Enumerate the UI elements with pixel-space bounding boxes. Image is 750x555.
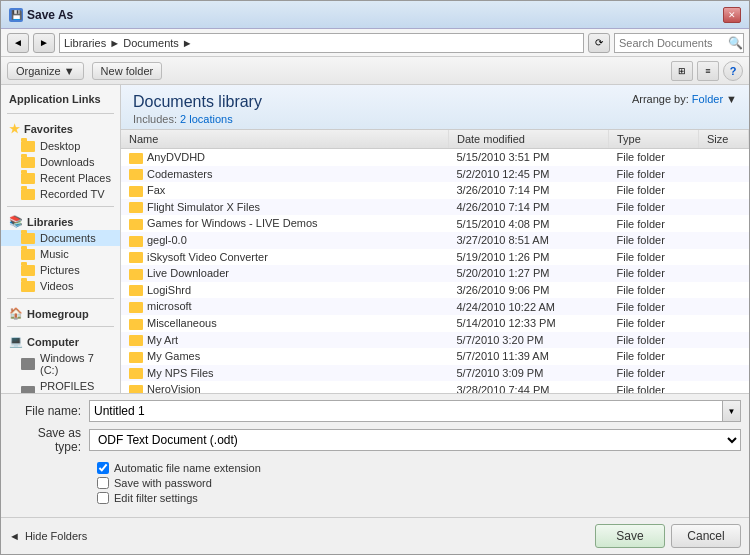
folder-icon [129, 252, 143, 263]
subtitle-prefix: Includes: [133, 113, 180, 125]
file-modified: 3/26/2010 9:06 PM [449, 282, 609, 299]
sidebar-item-label: PROFILES (D:) [40, 380, 112, 393]
table-row[interactable]: AnyDVDHD 5/15/2010 3:51 PM File folder [121, 149, 749, 166]
sidebar-item-downloads[interactable]: Downloads [1, 154, 120, 170]
save-button[interactable]: Save [595, 524, 665, 548]
title-bar-left: 💾 Save As [9, 8, 73, 22]
sidebar-item-music[interactable]: Music [1, 246, 120, 262]
file-size [699, 182, 749, 199]
search-input[interactable] [614, 33, 744, 53]
new-folder-button[interactable]: New folder [92, 62, 163, 80]
folder-icon [129, 368, 143, 379]
savetype-row: Save as type: ODF Text Document (.odt) [9, 426, 741, 454]
content-subtitle: Includes: 2 locations [133, 113, 262, 125]
col-size[interactable]: Size [699, 130, 749, 149]
sidebar-item-windows7[interactable]: Windows 7 (C:) [1, 350, 120, 378]
folder-icon [21, 281, 35, 292]
folder-icon [21, 249, 35, 260]
drive-icon [21, 358, 35, 370]
arrange-value[interactable]: Folder [692, 93, 723, 105]
back-button[interactable]: ◄ [7, 33, 29, 53]
file-name-cell: iSkysoft Video Converter [121, 249, 449, 266]
file-modified: 5/15/2010 3:51 PM [449, 149, 609, 166]
file-table: Name Date modified Type Size AnyDVDHD 5/… [121, 130, 749, 393]
file-name-cell: Flight Simulator X Files [121, 199, 449, 216]
table-row[interactable]: My Games 5/7/2010 11:39 AM File folder [121, 348, 749, 365]
table-row[interactable]: Flight Simulator X Files 4/26/2010 7:14 … [121, 199, 749, 216]
sidebar-item-pictures[interactable]: Pictures [1, 262, 120, 278]
file-name-cell: gegl-0.0 [121, 232, 449, 249]
sidebar-item-label: Documents [40, 232, 96, 244]
sidebar-item-profiles[interactable]: PROFILES (D:) [1, 378, 120, 393]
table-row[interactable]: LogiShrd 3/26/2010 9:06 PM File folder [121, 282, 749, 299]
table-row[interactable]: Games for Windows - LIVE Demos 5/15/2010… [121, 215, 749, 232]
sidebar-item-label: Desktop [40, 140, 80, 152]
file-modified: 5/7/2010 11:39 AM [449, 348, 609, 365]
subtitle-link[interactable]: 2 locations [180, 113, 233, 125]
close-button[interactable]: ✕ [723, 7, 741, 23]
col-date[interactable]: Date modified [449, 130, 609, 149]
sidebar-item-recorded-tv[interactable]: Recorded TV [1, 186, 120, 202]
sidebar-item-documents[interactable]: Documents [1, 230, 120, 246]
file-size [699, 166, 749, 183]
sidebar-item-recent-places[interactable]: Recent Places [1, 170, 120, 186]
help-button[interactable]: ? [723, 61, 743, 81]
file-type: File folder [609, 232, 699, 249]
address-path[interactable]: Libraries ► Documents ► [59, 33, 584, 53]
favorites-header[interactable]: ★ Favorites [1, 118, 120, 138]
view-button-2[interactable]: ≡ [697, 61, 719, 81]
table-row[interactable]: gegl-0.0 3/27/2010 8:51 AM File folder [121, 232, 749, 249]
sidebar-item-desktop[interactable]: Desktop [1, 138, 120, 154]
table-row[interactable]: My NPS Files 5/7/2010 3:09 PM File folde… [121, 365, 749, 382]
file-modified: 5/19/2010 1:26 PM [449, 249, 609, 266]
save-password-checkbox[interactable] [97, 477, 109, 489]
main-area: Application Links ★ Favorites Desktop Do… [1, 85, 749, 393]
file-name-cell: Miscellaneous [121, 315, 449, 332]
table-row[interactable]: Miscellaneous 5/14/2010 12:33 PM File fo… [121, 315, 749, 332]
file-size [699, 381, 749, 393]
save-password-label: Save with password [114, 477, 212, 489]
file-size [699, 298, 749, 315]
organize-button[interactable]: Organize ▼ [7, 62, 84, 80]
savetype-select[interactable]: ODF Text Document (.odt) [89, 429, 741, 451]
toolbar: Organize ▼ New folder ⊞ ≡ ? [1, 57, 749, 85]
file-type: File folder [609, 215, 699, 232]
folder-icon [129, 352, 143, 363]
title-bar: 💾 Save As ✕ [1, 1, 749, 29]
file-type: File folder [609, 282, 699, 299]
edit-filter-checkbox[interactable] [97, 492, 109, 504]
sidebar-item-videos[interactable]: Videos [1, 278, 120, 294]
table-row[interactable]: Codemasters 5/2/2010 12:45 PM File folde… [121, 166, 749, 183]
file-type: File folder [609, 166, 699, 183]
file-size [699, 232, 749, 249]
file-name-cell: My Games [121, 348, 449, 365]
file-name-cell: Fax [121, 182, 449, 199]
libraries-header[interactable]: 📚 Libraries [1, 211, 120, 230]
table-row[interactable]: microsoft 4/24/2010 10:22 AM File folder [121, 298, 749, 315]
file-type: File folder [609, 265, 699, 282]
table-row[interactable]: iSkysoft Video Converter 5/19/2010 1:26 … [121, 249, 749, 266]
table-row[interactable]: Live Downloader 5/20/2010 1:27 PM File f… [121, 265, 749, 282]
col-name[interactable]: Name [121, 130, 449, 149]
table-row[interactable]: NeroVision 3/28/2010 7:44 PM File folder [121, 381, 749, 393]
folder-icon [129, 269, 143, 280]
file-modified: 3/26/2010 7:14 PM [449, 182, 609, 199]
content-header: Documents library Includes: 2 locations … [121, 85, 749, 130]
computer-header[interactable]: 💻 Computer [1, 331, 120, 350]
forward-button[interactable]: ► [33, 33, 55, 53]
file-name-cell: microsoft [121, 298, 449, 315]
table-row[interactable]: Fax 3/26/2010 7:14 PM File folder [121, 182, 749, 199]
refresh-button[interactable]: ⟳ [588, 33, 610, 53]
col-type[interactable]: Type [609, 130, 699, 149]
edit-filter-row: Edit filter settings [97, 492, 741, 504]
hide-folders-button[interactable]: ◄ Hide Folders [9, 530, 87, 542]
filename-input[interactable] [89, 400, 723, 422]
homegroup-header[interactable]: 🏠 Homegroup [1, 303, 120, 322]
table-row[interactable]: My Art 5/7/2010 3:20 PM File folder [121, 332, 749, 349]
view-button[interactable]: ⊞ [671, 61, 693, 81]
filename-dropdown-arrow[interactable]: ▼ [723, 400, 741, 422]
auto-extension-checkbox[interactable] [97, 462, 109, 474]
cancel-button[interactable]: Cancel [671, 524, 741, 548]
file-modified: 4/26/2010 7:14 PM [449, 199, 609, 216]
file-size [699, 265, 749, 282]
